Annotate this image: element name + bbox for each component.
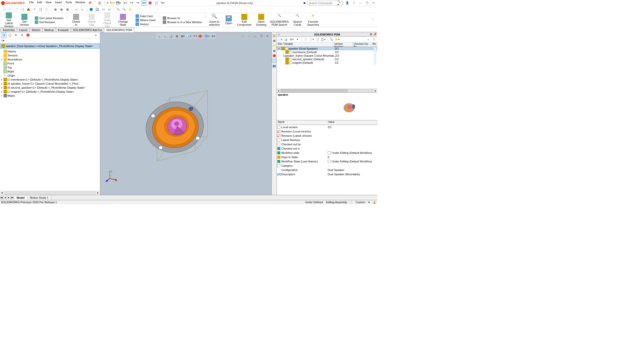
pdm-tb-icon[interactable]: 🔍 <box>329 37 334 42</box>
tree-row[interactable]: History <box>0 49 100 53</box>
check-in-button[interactable]: CheckIn <box>70 13 82 27</box>
view-orient-icon[interactable]: ▦▾ <box>180 33 186 39</box>
form-icon[interactable]: 📋 <box>154 0 159 6</box>
col-file[interactable]: File / Variable <box>277 42 333 47</box>
section-icon[interactable]: ▦ <box>174 33 180 39</box>
user-icon[interactable]: 👤 <box>345 0 350 6</box>
pdm-tree-row[interactable]: membrane (Default)2/2📄 <box>277 50 377 54</box>
tab-assembly[interactable]: Assembly <box>1 28 17 32</box>
col-value[interactable]: Value <box>327 120 377 125</box>
change-state-button[interactable]: ChangeState <box>117 13 129 27</box>
history-button[interactable]: History <box>134 22 156 26</box>
pin-icon[interactable]: 📌 <box>87 0 93 6</box>
qt-icon[interactable]: 📤 <box>26 7 31 12</box>
orientation-triad[interactable]: y x <box>105 170 118 182</box>
print-icon[interactable]: 🖨▾ <box>122 0 128 6</box>
pdm-tb-icon[interactable]: 📋▾ <box>320 37 326 42</box>
filter-icon[interactable]: ▽▾ <box>1 39 5 42</box>
col-version[interactable]: Version Number <box>333 42 353 47</box>
tree-row[interactable]: Sensors <box>0 53 100 57</box>
qt-icon[interactable]: ▦ <box>53 7 58 12</box>
status-warn-icon[interactable]: ⚠ <box>350 201 353 204</box>
qt-icon[interactable]: 📄 <box>2 7 7 12</box>
edit-component-button[interactable]: EditComponent <box>237 13 252 27</box>
fm-dim-icon[interactable]: ⊕ <box>19 32 25 38</box>
tab-evaluate[interactable]: Evaluate <box>56 28 71 32</box>
col-wo[interactable]: Wo <box>371 42 377 47</box>
view-2-icon[interactable]: ▫ <box>246 33 252 39</box>
status-lock-icon[interactable]: 🔒 <box>373 201 376 204</box>
scroll-track[interactable] <box>280 89 374 92</box>
undo-icon[interactable]: ↶▾ <box>128 0 134 6</box>
tp-props-icon[interactable]: 📋 <box>272 58 277 63</box>
minimize-icon[interactable]: — <box>358 0 363 6</box>
pdm-tree-row[interactable]: speaker_frame (Square Cutout Mountab...2… <box>277 54 377 57</box>
rebuild-icon[interactable]: 🔴 <box>147 0 153 6</box>
pdm-hscroll[interactable]: ◂ ▸ <box>277 89 377 93</box>
menu-tools[interactable]: Tools <box>64 0 74 6</box>
options-icon[interactable]: ⚙▾ <box>160 0 165 6</box>
scroll-left-icon[interactable]: ◂ <box>0 191 4 195</box>
get-version-button[interactable]: GetVersion <box>18 13 31 27</box>
qt-icon[interactable]: 🔍 <box>121 7 127 12</box>
scene-icon[interactable]: 🌐▾ <box>204 33 210 39</box>
menu-view[interactable]: View <box>44 0 53 6</box>
scroll-right-icon[interactable]: ▸ <box>96 191 100 195</box>
pdm-tree-header[interactable]: File / Variable Version Number Checked O… <box>277 42 377 47</box>
zoom-fit-icon[interactable]: 🔍 <box>156 33 161 39</box>
view-settings-icon[interactable]: 🖥▾ <box>210 33 216 39</box>
fm-filter-row[interactable]: ▽▾ <box>0 38 100 43</box>
expander-icon[interactable]: ▾ <box>278 47 281 50</box>
home-icon[interactable]: 🏠 <box>97 0 103 6</box>
expander-icon[interactable]: ▸ <box>1 90 3 93</box>
tab-layout[interactable]: Layout <box>17 28 30 32</box>
prop-row[interactable]: Checked out in <box>277 146 377 151</box>
prop-row[interactable]: Workflow stateUnder Editing (Default Wor… <box>277 151 377 155</box>
fm-config-icon[interactable]: ⚙ <box>13 32 19 38</box>
tp-appearances-icon[interactable]: 🔴 <box>272 53 277 58</box>
expander-icon[interactable]: ▸ <box>1 78 3 81</box>
new-icon[interactable]: 📄▾ <box>103 0 109 6</box>
prop-row[interactable]: ✓Revision (Local version) <box>277 129 377 133</box>
pdm-search-button[interactable]: 🔍SOLIDWORKSPDM Search <box>270 13 288 27</box>
search-input[interactable] <box>309 2 337 5</box>
scroll-right-icon[interactable]: ▸ <box>374 89 377 92</box>
qt-icon[interactable]: ▦ <box>59 7 64 12</box>
qt-icon[interactable]: 🔍 <box>115 7 121 12</box>
browse-new-window-button[interactable]: Browse to in a New Window <box>162 20 203 24</box>
feature-tree[interactable]: HistorySensors▸AnnotationsFrontTopRightO… <box>0 49 100 191</box>
qt-icon[interactable]: 📑 <box>20 7 25 12</box>
undo-check-out-button[interactable]: UndoCheckOut <box>101 12 114 28</box>
tree-row[interactable]: Right <box>0 69 100 74</box>
pdm-tree-row[interactable]: second_speaker (Default)2/2📄 <box>277 57 377 61</box>
pdm-tb-icon[interactable]: ⚙▾ <box>289 37 294 42</box>
qt-icon[interactable]: ↶ <box>32 7 37 12</box>
redo-icon[interactable]: ↷▾ <box>135 0 140 6</box>
menu-window[interactable]: Window <box>74 0 87 6</box>
tab-model[interactable]: Model <box>14 196 27 200</box>
pdm-tb-icon[interactable]: 📑 <box>315 37 320 42</box>
tree-row[interactable]: ▸(f) speaker_frame<1> (Square Cutout Mou… <box>0 82 100 86</box>
where-used-button[interactable]: Where Used <box>134 18 156 22</box>
tp-files-icon[interactable]: 📁 <box>272 43 277 48</box>
qt-icon[interactable]: 🔄 <box>94 7 100 12</box>
qt-icon[interactable]: 📋 <box>38 7 43 12</box>
prop-row[interactable]: Checked out by <box>277 142 377 146</box>
search-commands[interactable]: 🔍▾ <box>307 1 343 5</box>
tree-row[interactable]: ▸Mates <box>0 94 100 98</box>
view-close-icon[interactable]: ✕ <box>264 33 270 39</box>
fm-props-icon[interactable]: 📋 <box>7 32 13 38</box>
appearance-icon[interactable]: 🔴▾ <box>198 33 204 39</box>
menu-file[interactable]: File <box>28 0 35 6</box>
menu-insert[interactable]: Insert <box>53 0 63 6</box>
fm-display-icon[interactable]: 🔴 <box>25 32 31 38</box>
zoom-area-icon[interactable]: 🔍 <box>162 33 167 39</box>
qt-icon[interactable]: 📄 <box>8 7 13 12</box>
pdm-tb-icon[interactable]: 📄 <box>303 37 309 42</box>
tp-home-icon[interactable]: 🏠 <box>272 33 277 38</box>
status-gear-icon[interactable]: ▾ <box>368 201 370 204</box>
btab-next-icon[interactable]: ▸ <box>7 196 11 199</box>
view-min-icon[interactable]: — <box>252 33 258 39</box>
pdm-props-list[interactable]: Local version2/2✓Revision (Local version… <box>277 125 377 195</box>
expander-icon[interactable]: ▸ <box>1 82 3 85</box>
